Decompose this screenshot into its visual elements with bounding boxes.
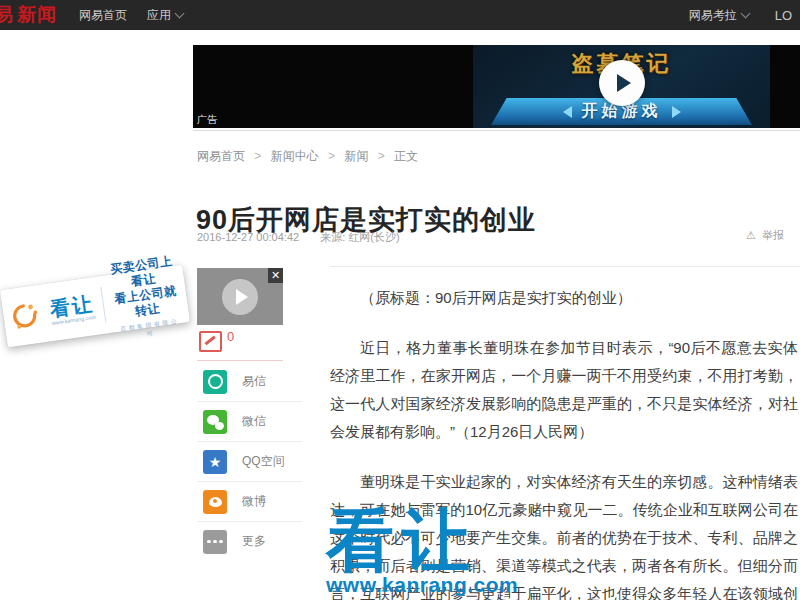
- play-icon: [236, 289, 248, 305]
- right-arrow-icon: [672, 106, 681, 118]
- breadcrumb-separator: >: [328, 149, 335, 163]
- more-dots-icon: [203, 530, 227, 554]
- netease-news-logo[interactable]: 新闻: [17, 2, 57, 28]
- breadcrumb-separator: >: [254, 149, 261, 163]
- share-label: 易信: [242, 373, 266, 390]
- wechat-icon: [203, 410, 227, 434]
- share-panel: 易信 微信 QQ空间 微博 更多: [197, 362, 302, 561]
- play-icon: [617, 74, 631, 92]
- share-item-weibo[interactable]: 微博: [197, 481, 302, 521]
- kanrang-ad-sticker: 看让 www.kanrang.com 买卖公司上看让 看上公司就转让 百都集团有…: [0, 264, 190, 347]
- comment-pen-icon: [199, 331, 222, 352]
- top-ad-banner[interactable]: 盗墓笔记 开始游戏 广告: [193, 45, 800, 128]
- breadcrumb-separator: >: [378, 149, 385, 163]
- video-player-thumbnail[interactable]: [197, 268, 283, 325]
- kanrang-swirl-logo: [8, 299, 42, 333]
- source-label: 来源:: [320, 231, 345, 243]
- qzone-star-icon: [203, 450, 227, 474]
- nav-netease-home-label: 网易首页: [79, 7, 127, 24]
- chevron-down-icon: [175, 9, 185, 19]
- netease-logo-partial: 易: [0, 2, 13, 28]
- article-paragraph: 董明珠是干实业起家的，对实体经济有天生的亲切感。这种情绪表达，可在她与雷军的10…: [330, 468, 798, 600]
- nav-apps-label: 应用: [147, 7, 171, 24]
- comment-count: 0: [227, 329, 234, 344]
- article-datetime: 2016-12-27 00:04:42: [197, 231, 299, 243]
- share-label: QQ空间: [242, 453, 285, 470]
- breadcrumb-news[interactable]: 新闻: [344, 149, 368, 163]
- breadcrumb-netease-home[interactable]: 网易首页: [197, 149, 245, 163]
- share-label: 更多: [242, 533, 266, 550]
- breadcrumb: 网易首页 > 新闻中心 > 新闻 > 正文: [197, 148, 418, 165]
- article-source[interactable]: 红网(长沙): [348, 231, 399, 243]
- ad-tag-label: 广告: [197, 113, 217, 127]
- nav-apps-menu[interactable]: 应用: [147, 7, 183, 24]
- share-item-qzone[interactable]: QQ空间: [197, 441, 302, 481]
- banner-divider: [193, 130, 800, 131]
- comment-divider: [197, 360, 283, 361]
- nav-kaola[interactable]: 网易考拉: [689, 7, 749, 24]
- article-paragraph: 近日，格力董事长董明珠在参加节目时表示，“90后不愿意去实体经济里工作，在家开网…: [330, 334, 798, 446]
- ad-play-button[interactable]: [599, 60, 645, 106]
- yixin-icon: [203, 370, 227, 394]
- weibo-icon: [203, 490, 227, 514]
- share-label: 微信: [242, 413, 266, 430]
- top-navigation-bar: 易 新闻 网易首页 应用 网易考拉 LO: [0, 0, 800, 30]
- share-item-yixin[interactable]: 易信: [197, 362, 302, 401]
- article-meta: 2016-12-27 00:04:42 来源: 红网(长沙): [197, 230, 400, 245]
- share-item-wechat[interactable]: 微信: [197, 401, 302, 441]
- article-paragraph: （原标题：90后开网店是实打实的创业）: [330, 284, 798, 312]
- video-close-button[interactable]: [268, 268, 283, 283]
- share-item-more[interactable]: 更多: [197, 521, 302, 561]
- video-play-button[interactable]: [222, 279, 258, 315]
- nav-kaola-label: 网易考拉: [689, 7, 737, 24]
- breadcrumb-current-article: 正文: [394, 149, 418, 163]
- comment-button[interactable]: 0: [199, 331, 234, 352]
- report-label: 举报: [762, 229, 784, 241]
- breadcrumb-news-center[interactable]: 新闻中心: [271, 149, 319, 163]
- nav-clipped-item[interactable]: LO: [775, 8, 792, 23]
- nav-netease-home[interactable]: 网易首页: [79, 7, 127, 24]
- article-body: （原标题：90后开网店是实打实的创业） 近日，格力董事长董明珠在参加节目时表示，…: [330, 284, 798, 600]
- chevron-down-icon: [740, 9, 750, 19]
- left-arrow-icon: [563, 106, 572, 118]
- header-divider: [330, 266, 800, 267]
- share-label: 微博: [242, 493, 266, 510]
- sticker-company-name: 百都集团有限公司: [118, 317, 182, 342]
- game-ad-video[interactable]: 盗墓笔记 开始游戏: [473, 45, 770, 128]
- report-button[interactable]: 举报: [746, 228, 784, 243]
